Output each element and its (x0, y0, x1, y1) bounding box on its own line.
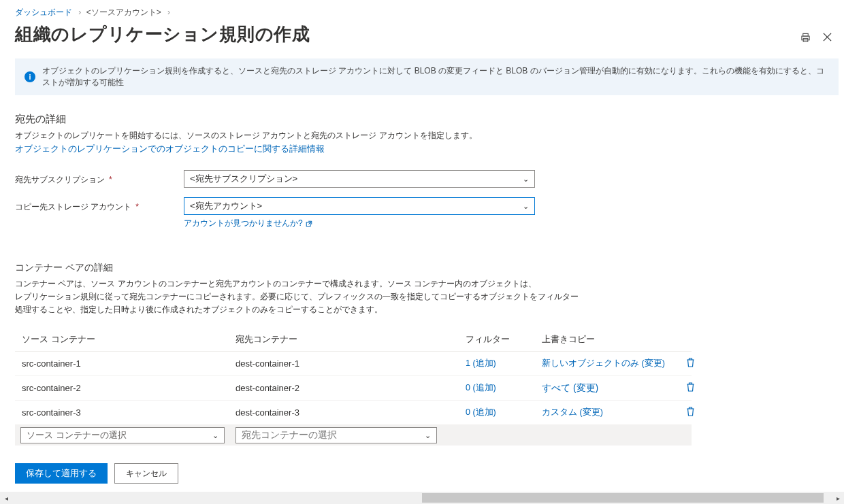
scroll-right-icon[interactable]: ▸ (832, 492, 844, 504)
table-row: src-container-3 dest-container-3 0 (追加) … (15, 401, 692, 425)
pairs-desc-1: コンテナー ペアは、ソース アカウントのコンテナーと宛先アカウントのコンテナーで… (15, 278, 844, 290)
account-not-found-link[interactable]: アカウントが見つかりませんか? (184, 218, 312, 229)
delete-row-button[interactable] (685, 357, 696, 370)
close-icon[interactable] (823, 33, 832, 45)
page-title: 組織のレプリケーション規則の作成 (15, 22, 844, 46)
trash-icon (685, 406, 696, 417)
info-icon: i (25, 71, 35, 82)
horizontal-scrollbar[interactable]: ◂ ▸ (0, 492, 844, 504)
info-banner: i オブジェクトのレプリケーション規則を作成すると、ソースと宛先のストレージ ア… (15, 58, 839, 95)
pairs-desc-3: 処理することや、指定した日時より後に作成されたオブジェクトのみをコピーすることが… (15, 304, 844, 316)
new-pair-row: ソース コンテナーの選択 ⌄ 宛先コンテナーの選択 ⌄ (15, 425, 692, 446)
copyover-link[interactable]: 新しいオブジェクトのみ (変更) (542, 358, 675, 369)
save-apply-button[interactable]: 保存して適用する (15, 463, 108, 484)
svg-line-6 (308, 221, 312, 224)
table-row: src-container-1 dest-container-1 1 (追加) … (15, 352, 692, 376)
table-row: src-container-2 dest-container-2 0 (追加) … (15, 376, 692, 401)
info-text: オブジェクトのレプリケーション規則を作成すると、ソースと宛先のストレージ アカウ… (42, 65, 829, 88)
chevron-down-icon: ⌄ (425, 431, 431, 440)
breadcrumb-dashboard[interactable]: ダッシュボード (15, 7, 72, 17)
delete-row-button[interactable] (685, 406, 696, 419)
pairs-desc-2: レプリケーション規則に従って宛先コンテナーにコピーされます。必要に応じて、プレフ… (15, 291, 844, 303)
scroll-left-icon[interactable]: ◂ (0, 492, 12, 504)
trash-icon (685, 382, 696, 392)
source-container-select[interactable]: ソース コンテナーの選択 ⌄ (20, 427, 225, 443)
breadcrumb-source-account[interactable]: <ソースアカウント> (86, 7, 161, 17)
col-copy: 上書きコピー (542, 333, 675, 346)
trash-icon (685, 357, 696, 368)
external-link-icon (306, 220, 312, 227)
dest-subscription-label: 宛先サブスクリプション* (15, 170, 184, 186)
section-desc-destination: オブジェクトのレプリケートを開始するには、ソースのストレージ アカウントと宛先の… (15, 130, 844, 141)
filter-link[interactable]: 0 (追加) (466, 407, 542, 418)
chevron-right-icon: › (78, 7, 81, 17)
container-pair-table: ソース コンテナー 宛先コンテナー フィルター 上書きコピー src-conta… (15, 328, 692, 425)
delete-row-button[interactable] (685, 382, 696, 394)
section-title-container-pairs: コンテナー ペアの詳細 (15, 262, 844, 274)
source-container-cell: src-container-1 (22, 358, 236, 369)
copy-info-link[interactable]: オブジェクトのレプリケーションでのオブジェクトのコピーに関する詳細情報 (15, 144, 325, 154)
dest-container-cell: dest-container-3 (236, 407, 466, 418)
scrollbar-thumb[interactable] (422, 493, 824, 503)
dest-account-label: コピー先ストレージ アカウント* (15, 197, 184, 213)
source-container-cell: src-container-2 (22, 383, 236, 393)
filter-link[interactable]: 1 (追加) (466, 358, 542, 369)
dest-container-select[interactable]: 宛先コンテナーの選択 ⌄ (236, 427, 437, 443)
source-container-cell: src-container-3 (22, 407, 236, 418)
cancel-button[interactable]: キャンセル (114, 463, 178, 484)
col-source: ソース コンテナー (22, 333, 236, 346)
chevron-down-icon: ⌄ (523, 175, 529, 184)
chevron-down-icon: ⌄ (212, 431, 218, 440)
dest-container-cell: dest-container-1 (236, 358, 466, 369)
dest-subscription-select[interactable]: <宛先サブスクリプション> ⌄ (184, 170, 535, 188)
print-icon[interactable] (800, 33, 811, 45)
filter-link[interactable]: 0 (追加) (466, 382, 542, 394)
copyover-link[interactable]: すべて (変更) (542, 382, 675, 394)
copyover-link[interactable]: カスタム (変更) (542, 407, 675, 418)
col-dest: 宛先コンテナー (236, 333, 466, 346)
breadcrumb: ダッシュボード › <ソースアカウント> › (15, 7, 844, 18)
dest-container-cell: dest-container-2 (236, 383, 466, 393)
chevron-down-icon: ⌄ (523, 202, 529, 211)
section-title-destination: 宛先の詳細 (15, 113, 844, 126)
dest-account-select[interactable]: <宛先アカウント> ⌄ (184, 197, 535, 215)
col-filter: フィルター (466, 333, 542, 346)
chevron-right-icon: › (167, 7, 170, 17)
